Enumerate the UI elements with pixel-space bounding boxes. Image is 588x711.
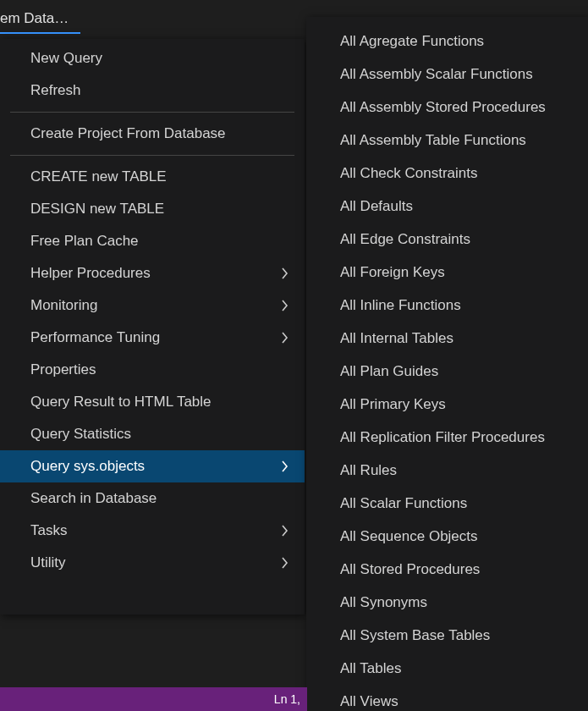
submenu-item-all-foreign-keys[interactable]: All Foreign Keys — [306, 256, 588, 289]
menu-item-create-project-from-database[interactable]: Create Project From Database — [0, 118, 305, 150]
status-bar: Ln 1, — [0, 687, 307, 711]
menu-item-query-sys-objects[interactable]: Query sys.objects — [0, 450, 305, 482]
menu-item-query-statistics[interactable]: Query Statistics — [0, 418, 305, 450]
menu-item-free-plan-cache[interactable]: Free Plan Cache — [0, 225, 305, 257]
submenu-item-all-plan-guides[interactable]: All Plan Guides — [306, 356, 588, 389]
menu-item-label: CREATE new TABLE — [30, 166, 167, 188]
menu-item-label: Helper Procedures — [30, 262, 151, 284]
submenu-item-all-assembly-scalar-functions[interactable]: All Assembly Scalar Functions — [306, 58, 588, 91]
menu-item-label: New Query — [30, 47, 102, 69]
menu-item-label: Tasks — [30, 520, 67, 542]
submenu-item-all-agregate-functions[interactable]: All Agregate Functions — [306, 25, 588, 58]
menu-item-performance-tuning[interactable]: Performance Tuning — [0, 322, 305, 354]
context-menu: New QueryRefreshCreate Project From Data… — [0, 39, 305, 615]
menu-item-label: Query Statistics — [30, 423, 131, 445]
cursor-position: Ln 1, — [274, 692, 300, 706]
menu-item-helper-procedures[interactable]: Helper Procedures — [0, 257, 305, 289]
submenu-sys-objects: All Agregate FunctionsAll Assembly Scala… — [306, 17, 588, 711]
menu-item-label: Refresh — [30, 80, 81, 102]
chevron-right-icon — [279, 300, 291, 311]
chevron-right-icon — [279, 525, 291, 537]
submenu-item-all-synonyms[interactable]: All Synonyms — [306, 587, 588, 620]
editor-area — [0, 614, 307, 690]
menu-item-properties[interactable]: Properties — [0, 354, 305, 386]
menu-item-search-in-database[interactable]: Search in Database — [0, 482, 305, 515]
chevron-right-icon — [279, 460, 291, 472]
submenu-item-all-assembly-stored-procedures[interactable]: All Assembly Stored Procedures — [306, 91, 588, 124]
submenu-item-all-views[interactable]: All Views — [306, 686, 588, 711]
chevron-right-icon — [279, 332, 291, 344]
submenu-item-all-primary-keys[interactable]: All Primary Keys — [306, 389, 588, 422]
submenu-item-all-check-constraints[interactable]: All Check Constraints — [306, 157, 588, 190]
menu-item-label: Properties — [30, 359, 96, 381]
menu-item-label: Performance Tuning — [30, 327, 160, 349]
menu-separator — [10, 155, 294, 156]
menu-item-label: DESIGN new TABLE — [30, 198, 164, 220]
menu-separator — [10, 112, 294, 113]
menu-item-label: Create Project From Database — [30, 123, 226, 145]
menu-item-query-result-to-html-table[interactable]: Query Result to HTML Table — [0, 386, 305, 418]
chevron-right-icon — [279, 267, 291, 279]
menu-item-tasks[interactable]: Tasks — [0, 515, 305, 547]
menu-item-label: Query Result to HTML Table — [30, 391, 212, 413]
submenu-item-all-system-base-tables[interactable]: All System Base Tables — [306, 620, 588, 653]
menu-item-label: Free Plan Cache — [30, 230, 139, 252]
menu-item-label: Query sys.objects — [30, 455, 145, 477]
submenu-item-all-sequence-objects[interactable]: All Sequence Objects — [306, 521, 588, 554]
menu-item-label: Search in Database — [30, 488, 157, 510]
submenu-item-all-scalar-functions[interactable]: All Scalar Functions — [306, 488, 588, 521]
menu-item-new-query[interactable]: New Query — [0, 42, 305, 74]
submenu-item-all-stored-procedures[interactable]: All Stored Procedures — [306, 554, 588, 587]
chevron-right-icon — [279, 557, 291, 569]
menu-item-design-new-table[interactable]: DESIGN new TABLE — [0, 193, 305, 225]
submenu-item-all-edge-constraints[interactable]: All Edge Constraints — [306, 223, 588, 256]
submenu-item-all-tables[interactable]: All Tables — [306, 653, 588, 686]
submenu-item-all-replication-filter-procedures[interactable]: All Replication Filter Procedures — [306, 422, 588, 455]
submenu-item-all-defaults[interactable]: All Defaults — [306, 190, 588, 223]
menu-item-monitoring[interactable]: Monitoring — [0, 289, 305, 322]
menu-item-label: Monitoring — [30, 295, 97, 317]
submenu-item-all-assembly-table-functions[interactable]: All Assembly Table Functions — [306, 124, 588, 157]
submenu-item-all-rules[interactable]: All Rules — [306, 455, 588, 488]
menu-item-refresh[interactable]: Refresh — [0, 74, 305, 107]
submenu-item-all-internal-tables[interactable]: All Internal Tables — [306, 322, 588, 356]
tab-active[interactable]: em Data… — [0, 5, 80, 34]
menu-item-label: Utility — [30, 552, 66, 574]
menu-item-create-new-table[interactable]: CREATE new TABLE — [0, 161, 305, 193]
menu-item-utility[interactable]: Utility — [0, 547, 305, 579]
submenu-item-all-inline-functions[interactable]: All Inline Functions — [306, 289, 588, 322]
